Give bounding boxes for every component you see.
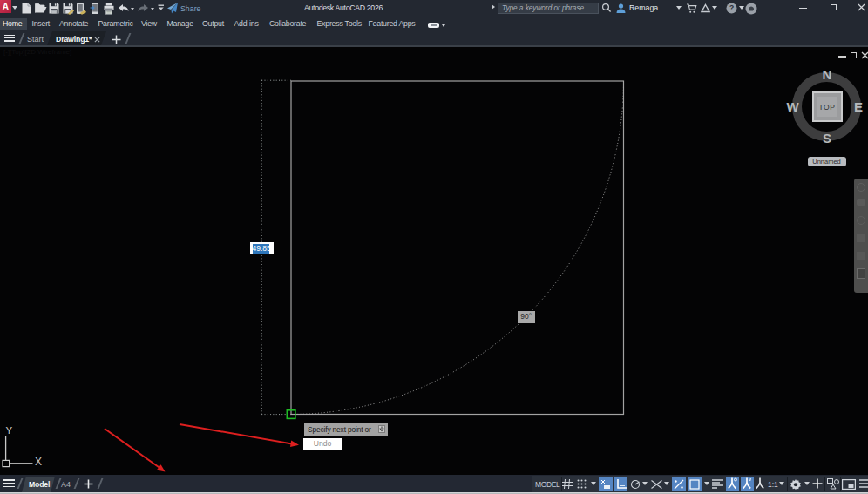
svg-text:X: X (35, 456, 42, 468)
svg-text:Y: Y (6, 425, 13, 436)
